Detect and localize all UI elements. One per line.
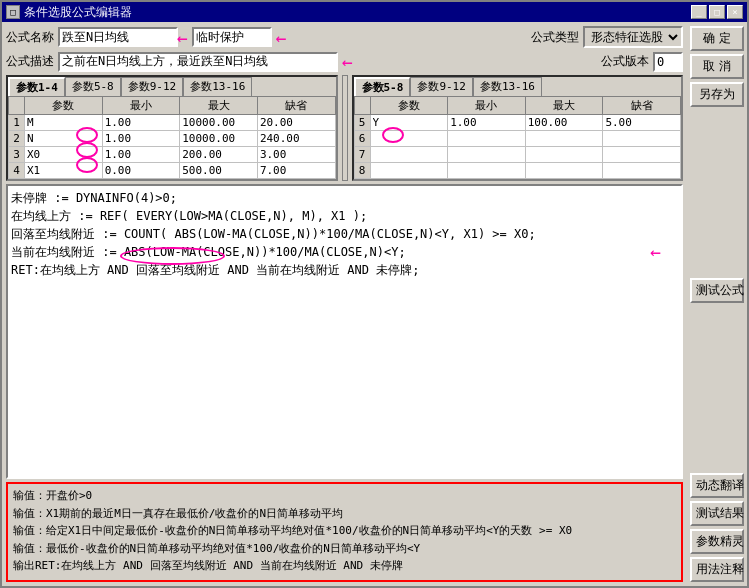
cancel-button[interactable]: 取 消 [690, 54, 744, 79]
desc-label: 公式描述 [6, 53, 54, 70]
param7-min[interactable] [448, 147, 525, 162]
name-input[interactable] [58, 27, 178, 47]
param7-default[interactable] [603, 147, 680, 162]
param2-max[interactable] [180, 131, 257, 146]
param3-name[interactable] [25, 147, 102, 162]
test-result-button[interactable]: 测试结果 [690, 501, 744, 526]
param4-name[interactable] [25, 163, 102, 178]
arrow-code: ← [650, 241, 661, 262]
main-panel: 公式名称 ← ← 公式类型 形态特征选股 公式描述 ← 公式版本 [2, 22, 687, 586]
table-row: 4 [9, 163, 336, 179]
table-row: 7 [354, 147, 681, 163]
tab-right-params9-12[interactable]: 参数9-12 [410, 77, 473, 96]
table-row: 6 [354, 131, 681, 147]
window-title: 条件选股公式编辑器 [24, 4, 132, 21]
arrow-name: ← [177, 27, 188, 48]
close-button[interactable]: × [727, 5, 743, 19]
param1-max[interactable] [180, 115, 257, 130]
tab-params5-8[interactable]: 参数5-8 [65, 77, 121, 96]
param6-default[interactable] [603, 131, 680, 146]
param7-max[interactable] [526, 147, 603, 162]
param-precision-button[interactable]: 参数精灵 [690, 529, 744, 554]
minimize-button[interactable]: _ [691, 5, 707, 19]
param5-name[interactable] [371, 115, 448, 130]
param4-default[interactable] [258, 163, 335, 178]
code-editor-wrapper: 未停牌 := DYNAINFO(4)>0; 在均线上方 := REF( EVER… [6, 184, 683, 479]
rcol-max: 最大 [525, 97, 603, 115]
param4-max[interactable] [180, 163, 257, 178]
col-param: 参数 [25, 97, 103, 115]
param2-min[interactable] [103, 131, 180, 146]
table-row: 8 [354, 163, 681, 179]
param1-default[interactable] [258, 115, 335, 130]
param3-default[interactable] [258, 147, 335, 162]
title-bar: □ 条件选股公式编辑器 _ □ × [2, 2, 747, 22]
maximize-button[interactable]: □ [709, 5, 725, 19]
param5-max[interactable] [526, 115, 603, 130]
param6-max[interactable] [526, 131, 603, 146]
table-row: 2 [9, 131, 336, 147]
param8-name[interactable] [371, 163, 448, 178]
col-default: 缺省 [257, 97, 335, 115]
param2-default[interactable] [258, 131, 335, 146]
desc-input[interactable] [58, 52, 338, 72]
tab-right-params5-8[interactable]: 参数5-8 [354, 77, 411, 96]
type-label: 公式类型 [531, 29, 579, 46]
param3-min[interactable] [103, 147, 180, 162]
param1-min[interactable] [103, 115, 180, 130]
param5-min[interactable] [448, 115, 525, 130]
tab-right-params13-16[interactable]: 参数13-16 [473, 77, 542, 96]
desc-line-5: 输出RET:在均线上方 AND 回落至均线附近 AND 当前在均线附近 AND … [13, 557, 676, 575]
right-tabs-row: 参数5-8 参数9-12 参数13-16 [354, 77, 682, 96]
desc-line-4: 输值：最低价-收盘价的N日简单移动平均绝对值*100/收盘价的N日简单移动平均<… [13, 540, 676, 558]
right-buttons-panel: 确 定 取 消 另存为 测试公式 动态翻译 测试结果 参数精灵 用法注释 [687, 22, 747, 586]
param8-default[interactable] [603, 163, 680, 178]
params-right-table: 参数 最小 最大 缺省 5 [354, 96, 682, 179]
main-window: □ 条件选股公式编辑器 _ □ × 公式名称 ← ← 公式类型 形态特征选股 [0, 0, 749, 588]
left-tabs-row: 参数1-4 参数5-8 参数9-12 参数13-16 [8, 77, 336, 96]
desc-line-2: 输值：X1期前的最近M日一真存在最低价/收盘价的N日简单移动平均 [13, 505, 676, 523]
param6-min[interactable] [448, 131, 525, 146]
version-input[interactable] [653, 52, 683, 72]
bottom-area: 输值：开盘价>0 输值：X1期前的最近M日一真存在最低价/收盘价的N日简单移动平… [6, 482, 683, 582]
param5-default[interactable] [603, 115, 680, 130]
table-row: 3 [9, 147, 336, 163]
param3-max[interactable] [180, 147, 257, 162]
table-row: 1 [9, 115, 336, 131]
params-right-panel: 参数5-8 参数9-12 参数13-16 参数 最小 最大 缺省 [352, 75, 684, 181]
version-label: 公式版本 [601, 53, 649, 70]
desc-line-3: 输值：给定X1日中间定最低价-收盘价的N日简单移动平均绝对值*100/收盘价的N… [13, 522, 676, 540]
name-label: 公式名称 [6, 29, 54, 46]
description-box: 输值：开盘价>0 输值：X1期前的最近M日一真存在最低价/收盘价的N日简单移动平… [6, 482, 683, 582]
tab-params9-12[interactable]: 参数9-12 [121, 77, 184, 96]
rcol-min: 最小 [448, 97, 526, 115]
code-editor[interactable]: 未停牌 := DYNAINFO(4)>0; 在均线上方 := REF( EVER… [8, 186, 681, 477]
table-row: 5 [354, 115, 681, 131]
protect-input[interactable] [192, 27, 272, 47]
param8-min[interactable] [448, 163, 525, 178]
tab-params13-16[interactable]: 参数13-16 [183, 77, 252, 96]
param1-name[interactable] [25, 115, 102, 130]
desc-line-1: 输值：开盘价>0 [13, 487, 676, 505]
formula-name-row: 公式名称 ← ← 公式类型 形态特征选股 [6, 26, 683, 48]
window-icon: □ [6, 5, 20, 19]
type-select[interactable]: 形态特征选股 [583, 26, 683, 48]
rcol-param: 参数 [370, 97, 448, 115]
params-left-panel: 参数1-4 参数5-8 参数9-12 参数13-16 参数 最小 最大 [6, 75, 338, 181]
param2-name[interactable] [25, 131, 102, 146]
param8-max[interactable] [526, 163, 603, 178]
test-formula-button[interactable]: 测试公式 [690, 278, 744, 303]
rcol-default: 缺省 [603, 97, 681, 115]
usage-note-button[interactable]: 用法注释 [690, 557, 744, 582]
splitter[interactable] [342, 75, 348, 181]
arrow-protect: ← [276, 27, 287, 48]
dynamic-translate-button[interactable]: 动态翻译 [690, 473, 744, 498]
save-as-button[interactable]: 另存为 [690, 82, 744, 107]
params-section: 参数1-4 参数5-8 参数9-12 参数13-16 参数 最小 最大 [6, 75, 683, 181]
param4-min[interactable] [103, 163, 180, 178]
param7-name[interactable] [371, 147, 448, 162]
col-max: 最大 [180, 97, 258, 115]
param6-name[interactable] [371, 131, 448, 146]
confirm-button[interactable]: 确 定 [690, 26, 744, 51]
tab-params1-4[interactable]: 参数1-4 [8, 77, 65, 96]
